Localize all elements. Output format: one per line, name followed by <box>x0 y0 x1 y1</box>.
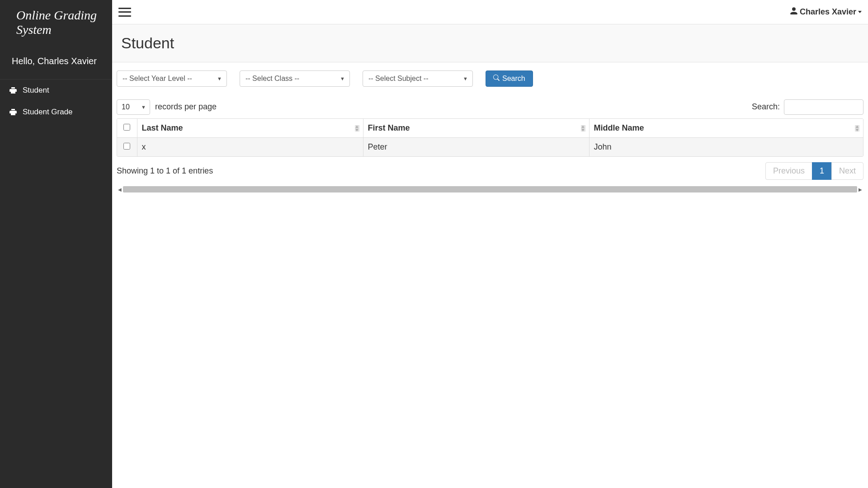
column-first-name[interactable]: First Name ▲▼ <box>363 119 589 138</box>
pagination-page-1[interactable]: 1 <box>812 162 832 180</box>
page-title: Student <box>121 34 859 52</box>
sort-icon: ▲▼ <box>355 125 359 132</box>
main-area: Charles Xavier Student -- Select Year Le… <box>112 0 868 488</box>
scroll-left-icon[interactable]: ◀ <box>117 186 123 192</box>
table-info: Showing 1 to 1 of 1 entries <box>117 166 213 176</box>
topbar: Charles Xavier <box>112 0 868 24</box>
search-button[interactable]: Search <box>486 70 533 87</box>
cell-last-name: x <box>137 138 363 157</box>
length-control: 10 records per page <box>117 99 217 115</box>
brand-title: Online Grading System <box>0 0 112 45</box>
table-search: Search: <box>752 99 863 115</box>
sort-icon: ▲▼ <box>855 125 859 132</box>
year-level-select[interactable]: -- Select Year Level -- <box>117 70 227 87</box>
pagination-next[interactable]: Next <box>831 162 863 180</box>
filter-bar: -- Select Year Level -- -- Select Class … <box>117 70 863 87</box>
print-icon <box>8 108 18 116</box>
column-middle-name[interactable]: Middle Name ▲▼ <box>589 119 863 138</box>
select-all-checkbox[interactable] <box>123 124 130 131</box>
caret-down-icon <box>858 11 862 13</box>
column-label: First Name <box>368 123 410 132</box>
year-level-value: -- Select Year Level -- <box>123 75 192 83</box>
cell-first-name: Peter <box>363 138 589 157</box>
user-menu[interactable]: Charles Xavier <box>790 7 862 17</box>
records-per-page-value: 10 <box>122 103 130 111</box>
sidebar: Online Grading System Hello, Charles Xav… <box>0 0 112 488</box>
table-search-input[interactable] <box>784 99 863 115</box>
sort-icon: ▲▼ <box>581 125 585 132</box>
datatable-controls-top: 10 records per page Search: <box>117 99 863 115</box>
horizontal-scrollbar[interactable]: ◀ ▶ <box>117 185 863 193</box>
pagination-previous[interactable]: Previous <box>765 162 812 180</box>
sidebar-item-student-grade[interactable]: Student Grade <box>0 101 112 123</box>
page-header: Student <box>112 24 868 62</box>
column-last-name[interactable]: Last Name ▲▼ <box>137 119 363 138</box>
subject-select[interactable]: -- Select Subject -- <box>363 70 473 87</box>
print-icon <box>8 87 18 94</box>
subject-value: -- Select Subject -- <box>368 75 428 83</box>
search-button-label: Search <box>502 75 525 83</box>
table-search-label: Search: <box>752 102 780 111</box>
menu-toggle-button[interactable] <box>118 8 131 17</box>
content-area: -- Select Year Level -- -- Select Class … <box>112 62 868 488</box>
student-table: Last Name ▲▼ First Name ▲▼ Middle Name ▲… <box>117 118 863 157</box>
sidebar-item-label: Student Grade <box>23 108 73 117</box>
select-all-header[interactable] <box>117 119 137 138</box>
scroll-right-icon[interactable]: ▶ <box>857 186 863 192</box>
class-value: -- Select Class -- <box>245 75 299 83</box>
column-label: Last Name <box>142 123 183 132</box>
scrollbar-track[interactable] <box>123 186 857 192</box>
row-select-cell[interactable] <box>117 138 137 157</box>
sidebar-item-label: Student <box>23 86 49 95</box>
table-row[interactable]: x Peter John <box>117 138 863 157</box>
greeting-text: Hello, Charles Xavier <box>0 45 112 80</box>
sidebar-item-student[interactable]: Student <box>0 80 112 101</box>
pagination: Previous 1 Next <box>766 162 863 180</box>
datatable-controls-bottom: Showing 1 to 1 of 1 entries Previous 1 N… <box>117 162 863 180</box>
table-header-row: Last Name ▲▼ First Name ▲▼ Middle Name ▲… <box>117 119 863 138</box>
search-icon <box>493 75 500 83</box>
user-name: Charles Xavier <box>800 7 856 17</box>
records-per-page-label: records per page <box>155 102 217 111</box>
cell-middle-name: John <box>589 138 863 157</box>
class-select[interactable]: -- Select Class -- <box>240 70 350 87</box>
records-per-page-select[interactable]: 10 <box>117 99 150 115</box>
row-checkbox[interactable] <box>123 143 130 150</box>
column-label: Middle Name <box>594 123 644 132</box>
user-icon <box>790 7 798 17</box>
